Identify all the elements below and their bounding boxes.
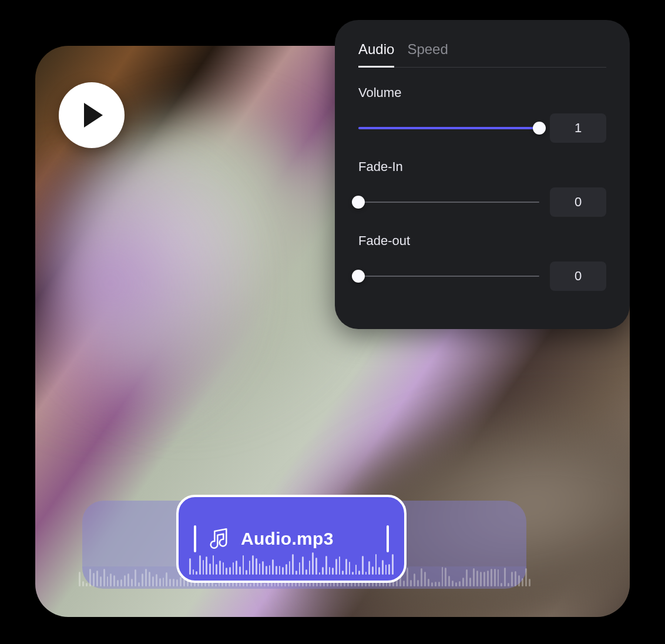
- fade-in-slider[interactable]: [358, 193, 539, 212]
- lighting-glow: [35, 152, 258, 481]
- volume-value[interactable]: 1: [550, 113, 606, 143]
- fade-out-value[interactable]: 0: [550, 261, 606, 291]
- audio-clip[interactable]: Audio.mp3: [176, 495, 407, 583]
- clip-handle-left[interactable]: [194, 525, 196, 552]
- control-fade-in: Fade-In 0: [358, 159, 606, 217]
- fade-out-label: Fade-out: [358, 233, 606, 249]
- tabs-divider: [358, 67, 606, 68]
- tab-speed[interactable]: Speed: [407, 41, 448, 68]
- volume-label: Volume: [358, 85, 606, 100]
- fade-out-slider[interactable]: [358, 267, 539, 286]
- fade-in-label: Fade-In: [358, 159, 606, 175]
- clip-handle-right[interactable]: [387, 525, 389, 552]
- volume-slider[interactable]: [358, 119, 539, 137]
- tab-audio[interactable]: Audio: [358, 41, 394, 68]
- timeline-track[interactable]: Audio.mp3: [82, 501, 526, 589]
- audio-controls-panel: Audio Speed Volume 1 Fade-In 0 Fade-o: [335, 20, 630, 329]
- control-volume: Volume 1: [358, 85, 606, 143]
- music-note-icon: [207, 527, 230, 551]
- tabs: Audio Speed: [358, 41, 606, 68]
- fade-in-value[interactable]: 0: [550, 187, 606, 217]
- play-icon: [82, 102, 105, 129]
- clip-filename: Audio.mp3: [241, 529, 334, 549]
- play-button[interactable]: [59, 82, 125, 148]
- control-fade-out: Fade-out 0: [358, 233, 606, 291]
- clip-waveform: [179, 549, 404, 575]
